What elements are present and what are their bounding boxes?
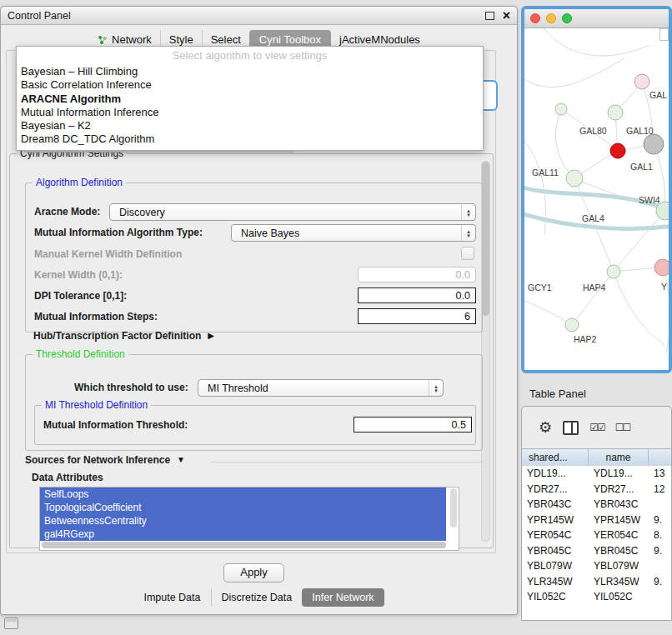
algorithm-option[interactable]: Dream8 DC_TDC Algorithm	[17, 132, 483, 146]
tab-infer-network[interactable]: Infer Network	[302, 588, 384, 607]
dpi-tolerance-field[interactable]: 0.0	[358, 288, 476, 303]
float-window-icon[interactable]	[485, 12, 494, 20]
list-vertical-scrollbar[interactable]	[450, 488, 457, 528]
table-cell[interactable]: YBR045C	[589, 543, 649, 559]
table-cell[interactable]: 9.	[649, 543, 671, 559]
table-cell[interactable]: YBR045C	[522, 543, 589, 559]
network-node[interactable]	[607, 265, 620, 278]
zoom-light-icon[interactable]	[562, 13, 572, 23]
minimize-light-icon[interactable]	[546, 13, 556, 23]
hub-section-toggle[interactable]: Hub/Transcription Factor Definition ▶	[33, 330, 214, 342]
table-row[interactable]: YBL079WYBL079W	[522, 558, 671, 574]
table-cell[interactable]: YDL19...	[589, 466, 649, 482]
checked-boxes-icon[interactable]: ☑☑	[589, 422, 604, 433]
network-window-titlebar[interactable]	[524, 9, 669, 28]
mi-threshold-field[interactable]: 0.5	[354, 417, 472, 432]
table-cell[interactable]: YBL079W	[522, 558, 589, 574]
table-row[interactable]: YER054CYER054C8.	[522, 528, 671, 543]
stepper-icon[interactable]: ▴▾	[429, 380, 443, 396]
attribute-item[interactable]: BetweennessCentrality	[40, 514, 446, 528]
table-cell[interactable]: YER054C	[522, 528, 589, 543]
table-cell[interactable]	[649, 497, 671, 512]
window-title: Control Panel	[8, 10, 71, 22]
network-node[interactable]	[566, 170, 583, 187]
columns-icon[interactable]	[563, 421, 579, 435]
attribute-item[interactable]: gal4RGexp	[40, 528, 446, 541]
network-canvas[interactable]: GALGAL80GAL10GAL11GAL1SWI4GAL4GCY1HAP4YH…	[524, 28, 669, 371]
control-panel-window: Control Panel × Network Style Select Cyn…	[0, 6, 518, 615]
table-cell[interactable]: YPR145W	[589, 512, 649, 528]
mi-type-combo[interactable]: Naive Bayes ▴▾	[231, 224, 476, 242]
which-threshold-combo[interactable]: MI Threshold ▴▾	[198, 379, 444, 397]
unchecked-boxes-icon[interactable]: ☐☐	[615, 422, 630, 433]
mi-steps-field[interactable]: 6	[358, 308, 476, 324]
gear-icon[interactable]: ⚙	[539, 420, 552, 435]
table-cell[interactable]: YIL052C	[522, 589, 589, 605]
table-row[interactable]: YBR045CYBR045C9.	[522, 543, 671, 559]
aracne-mode-combo[interactable]: Discovery ▴▾	[109, 203, 476, 221]
stepper-icon[interactable]: ▴▾	[461, 204, 475, 220]
table-cell[interactable]: YDR27...	[522, 482, 589, 498]
table-cell[interactable]	[649, 558, 671, 574]
tab-discretize-data[interactable]: Discretize Data	[211, 588, 303, 607]
algorithm-definition-group: Algorithm Definition Aracne Mode: Discov…	[25, 182, 483, 332]
table-cell[interactable]: YIL052C	[589, 589, 649, 605]
threshold-definition-group: Threshold Definition Which threshold to …	[25, 354, 483, 451]
table-cell[interactable]: YBR043C	[522, 497, 589, 512]
table-row[interactable]: YDR27...YDR27...12	[522, 482, 671, 498]
stepper-icon[interactable]: ▴▾	[461, 225, 475, 241]
table-cell[interactable]: YER054C	[589, 528, 649, 543]
table-row[interactable]: YBR043CYBR043C	[522, 497, 671, 512]
table-row[interactable]: YLR345WYLR345W9.	[522, 574, 671, 590]
tab-impute-data[interactable]: Impute Data	[133, 588, 210, 607]
panel-toggle-icon[interactable]	[4, 618, 18, 629]
table-header: shared... name	[522, 448, 671, 468]
network-node[interactable]	[654, 259, 669, 276]
table-cell[interactable]: 9.	[649, 574, 671, 590]
close-light-icon[interactable]	[530, 13, 540, 23]
node-label: SWI4	[639, 195, 660, 205]
algorithm-option[interactable]: Bayesian – K2	[17, 119, 483, 132]
manual-kernel-checkbox[interactable]	[461, 247, 474, 260]
table-cell[interactable]: YLR345W	[589, 574, 649, 590]
algorithm-option[interactable]: Mutual Information Inference	[17, 106, 483, 119]
tab-label: Select	[211, 33, 241, 46]
algorithm-option[interactable]: Bayesian – Hill Climbing	[17, 65, 483, 78]
table-cell[interactable]: YBL079W	[589, 558, 649, 574]
sources-section-toggle[interactable]: Sources for Network Inference ▼	[25, 454, 185, 466]
table-cell[interactable]	[649, 589, 671, 605]
list-horizontal-scrollbar[interactable]	[42, 542, 446, 548]
table-cell[interactable]: 8.	[649, 528, 671, 543]
attribute-item[interactable]: SelfLoops	[40, 488, 446, 501]
network-node[interactable]	[608, 105, 623, 120]
table-cell[interactable]: YDL19...	[522, 466, 589, 482]
network-node[interactable]	[555, 103, 567, 115]
collapse-down-icon: ▼	[177, 455, 185, 465]
settings-scrollbar-thumb[interactable]	[482, 162, 489, 316]
table-cell[interactable]: 13	[649, 466, 671, 482]
network-node[interactable]	[644, 134, 664, 154]
table-row[interactable]: YDL19...YDL19...13	[522, 466, 671, 482]
table-cell[interactable]: YDR27...	[589, 482, 649, 498]
column-header-name[interactable]: name	[589, 449, 649, 467]
table-cell[interactable]: 9.	[649, 512, 671, 528]
table-row[interactable]: YPR145WYPR145W9.	[522, 512, 671, 528]
network-node[interactable]	[565, 318, 579, 332]
attribute-item[interactable]: TopologicalCoefficient	[40, 501, 446, 514]
close-icon[interactable]: ×	[503, 10, 510, 22]
dpi-tolerance-label: DPI Tolerance [0,1]:	[34, 290, 127, 302]
data-attributes-list[interactable]: SelfLoops TopologicalCoefficient Between…	[39, 487, 459, 551]
apply-button[interactable]: Apply	[223, 563, 284, 582]
column-header-shared[interactable]: shared...	[522, 449, 589, 467]
table-cell[interactable]: 12	[649, 482, 671, 498]
algorithm-option-selected[interactable]: ARACNE Algorithm	[17, 92, 483, 106]
table-cell[interactable]: YLR345W	[522, 574, 589, 590]
table-cell[interactable]: YPR145W	[522, 512, 589, 528]
table-cell[interactable]: YBR043C	[589, 497, 649, 512]
network-node[interactable]	[610, 143, 625, 158]
table-row[interactable]: YIL052CYIL052C	[522, 589, 671, 605]
control-panel-titlebar[interactable]: Control Panel ×	[1, 7, 517, 25]
network-node[interactable]	[634, 74, 649, 89]
column-header-extra[interactable]	[649, 449, 671, 467]
algorithm-option[interactable]: Basic Correlation Inference	[17, 78, 483, 92]
